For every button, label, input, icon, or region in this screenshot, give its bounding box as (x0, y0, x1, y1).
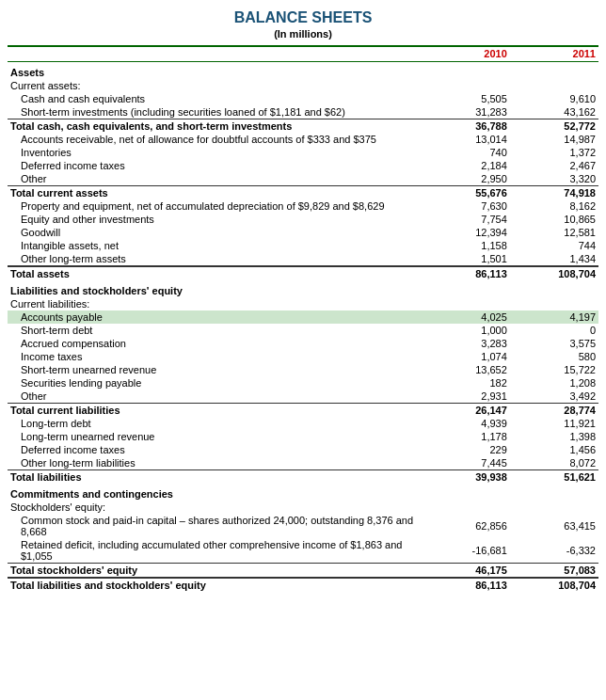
value-2011: 9,610 (510, 92, 598, 105)
value-2011: 10,865 (510, 213, 598, 226)
row-label: Goodwill (8, 226, 422, 239)
value-2010: 1,074 (422, 350, 510, 363)
table-row: Property and equipment, net of accumulat… (8, 199, 598, 213)
row-label: Common stock and paid-in capital – share… (8, 514, 422, 538)
value-2011: 3,492 (510, 390, 598, 404)
value-2010: 55,676 (422, 186, 510, 200)
value-2010: 39,938 (422, 470, 510, 485)
row-label: Other long-term liabilities (8, 456, 422, 470)
value-2011: 1,434 (510, 252, 598, 266)
table-row: Liabilities and stockholders' equity (8, 280, 598, 297)
row-label: Retained deficit, including accumulated … (8, 538, 422, 564)
value-2010: 740 (422, 146, 510, 159)
value-2010: 13,652 (422, 363, 510, 376)
table-row: Accounts receivable, net of allowance fo… (8, 133, 598, 146)
table-row: Total cash, cash equivalents, and short-… (8, 119, 598, 134)
value-2010: 2,184 (422, 159, 510, 172)
value-2010: 12,394 (422, 226, 510, 239)
value-2011: 1,208 (510, 376, 598, 390)
row-label: Accrued compensation (8, 337, 422, 350)
value-2011: 43,162 (510, 105, 598, 119)
table-row: Total liabilities and stockholders' equi… (8, 578, 598, 592)
value-2010: 4,939 (422, 417, 510, 430)
table-row: Inventories 740 1,372 (8, 146, 598, 159)
row-label: Other (8, 172, 422, 186)
table-row: Intangible assets, net 1,158 744 (8, 239, 598, 252)
value-2011: 28,774 (510, 404, 598, 418)
year-2010-header: 2010 (422, 46, 510, 62)
table-row: Total stockholders' equity 46,175 57,083 (8, 564, 598, 579)
table-row: Short-term unearned revenue 13,652 15,72… (8, 363, 598, 376)
value-2010: 1,178 (422, 430, 510, 443)
value-2011: 57,083 (510, 564, 598, 579)
value-2010: 2,950 (422, 172, 510, 186)
value-2011: 1,456 (510, 443, 598, 456)
value-2010: 36,788 (422, 119, 510, 134)
table-row: Common stock and paid-in capital – share… (8, 514, 598, 538)
value-2010: 7,445 (422, 456, 510, 470)
table-row: Other long-term assets 1,501 1,434 (8, 252, 598, 266)
section-header-label: Assets (8, 62, 598, 80)
value-2011: 8,162 (510, 199, 598, 213)
value-2011: 51,621 (510, 470, 598, 485)
row-label: Intangible assets, net (8, 239, 422, 252)
value-2011: 2,467 (510, 159, 598, 172)
value-2010: 46,175 (422, 564, 510, 579)
row-label: Total liabilities and stockholders' equi… (8, 578, 422, 592)
value-2010: 1,000 (422, 324, 510, 337)
value-2010: 26,147 (422, 404, 510, 418)
row-label: Total stockholders' equity (8, 564, 422, 579)
value-2011: 15,722 (510, 363, 598, 376)
subsection-header-label: Stockholders' equity: (8, 501, 598, 514)
table-header: 2010 2011 (8, 46, 598, 62)
value-2010: 7,754 (422, 213, 510, 226)
table-row: Total liabilities 39,938 51,621 (8, 470, 598, 485)
value-2011: 4,197 (510, 310, 598, 324)
row-label: Total liabilities (8, 470, 422, 485)
value-2010: 7,630 (422, 199, 510, 213)
value-2011: 14,987 (510, 133, 598, 146)
row-label: Deferred income taxes (8, 443, 422, 456)
value-2010: 62,856 (422, 514, 510, 538)
row-label: Short-term debt (8, 324, 422, 337)
value-2011: 744 (510, 239, 598, 252)
value-2010: 86,113 (422, 578, 510, 592)
table-row: Accrued compensation 3,283 3,575 (8, 337, 598, 350)
row-label: Other (8, 390, 422, 404)
row-label: Long-term unearned revenue (8, 430, 422, 443)
row-label: Other long-term assets (8, 252, 422, 266)
value-2011: 11,921 (510, 417, 598, 430)
value-2011: 1,372 (510, 146, 598, 159)
table-row: Retained deficit, including accumulated … (8, 538, 598, 564)
page-title: BALANCE SHEETS (8, 9, 598, 26)
row-label: Total current liabilities (8, 404, 422, 418)
value-2010: 229 (422, 443, 510, 456)
value-2011: 74,918 (510, 186, 598, 200)
table-row: Current liabilities: (8, 297, 598, 310)
row-label: Total cash, cash equivalents, and short-… (8, 119, 422, 134)
row-label: Short-term unearned revenue (8, 363, 422, 376)
balance-sheet-table: 2010 2011 AssetsCurrent assets: Cash and… (8, 45, 598, 592)
value-2011: 3,575 (510, 337, 598, 350)
table-row: Long-term debt 4,939 11,921 (8, 417, 598, 430)
table-row: Total current assets 55,676 74,918 (8, 186, 598, 200)
value-2011: 52,772 (510, 119, 598, 134)
row-label: Total current assets (8, 186, 422, 200)
value-2011: 12,581 (510, 226, 598, 239)
table-row: Total current liabilities 26,147 28,774 (8, 404, 598, 418)
value-2010: 2,931 (422, 390, 510, 404)
row-label: Cash and cash equivalents (8, 92, 422, 105)
table-row: Income taxes 1,074 580 (8, 350, 598, 363)
value-2010: 4,025 (422, 310, 510, 324)
row-label: Property and equipment, net of accumulat… (8, 199, 422, 213)
table-row: Cash and cash equivalents 5,505 9,610 (8, 92, 598, 105)
page-subtitle: (In millions) (8, 28, 598, 40)
section-header-label: Liabilities and stockholders' equity (8, 280, 598, 297)
subsection-header-label: Current assets: (8, 79, 598, 92)
value-2010: 13,014 (422, 133, 510, 146)
value-2011: -6,332 (510, 538, 598, 564)
row-label: Inventories (8, 146, 422, 159)
row-label: Accounts payable (8, 310, 422, 324)
row-label: Equity and other investments (8, 213, 422, 226)
value-2011: 0 (510, 324, 598, 337)
